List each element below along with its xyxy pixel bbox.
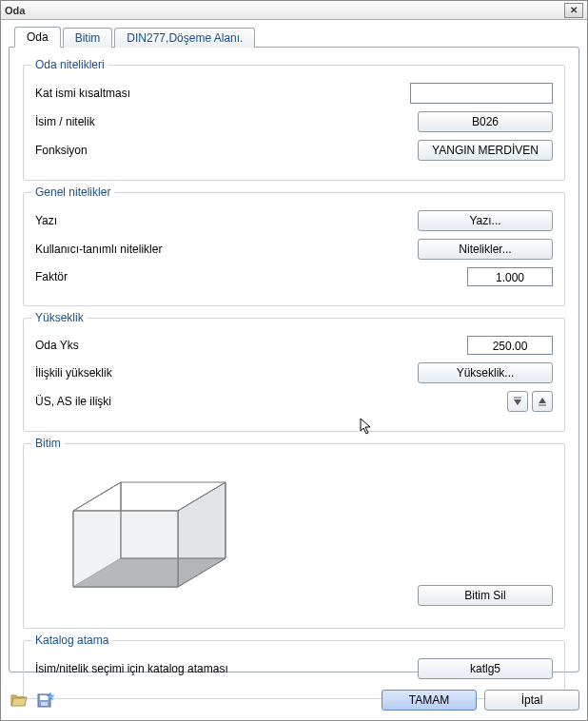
button-fonksiyon-label: YANGIN MERDİVEN	[432, 144, 539, 157]
room-3d-preview	[35, 463, 245, 606]
dialog-window: Oda ✕ Oda Bitim DIN277,Döşeme Alanı. Oda…	[0, 0, 588, 721]
input-oda-yks[interactable]: 250.00	[467, 336, 553, 355]
label-iliskili-yukseklik: İlişkili yükseklik	[35, 366, 410, 380]
label-faktor: Faktör	[35, 270, 410, 283]
tab-panel: Oda nitelikleri Kat ismi kısaltması İsim…	[9, 47, 579, 672]
button-yukseklik[interactable]: Yükseklik...	[418, 362, 553, 383]
label-katalog: İsim/nitelik seçimi için katalog ataması	[35, 662, 410, 675]
row-iliskili-yukseklik: İlişkili yükseklik Yükseklik...	[35, 362, 553, 383]
group-bitim-legend: Bitim	[31, 437, 65, 450]
button-isim-nitelik-label: B026	[472, 115, 499, 128]
input-oda-yks-value: 250.00	[493, 340, 528, 353]
label-yazi: Yazı	[35, 214, 410, 227]
row-katalog: İsim/nitelik seçimi için katalog ataması…	[35, 658, 553, 679]
row-us-as: ÜS, AS ile ilişki	[35, 391, 553, 412]
input-faktor[interactable]: 1.000	[467, 267, 553, 286]
label-fonksiyon: Fonksiyon	[35, 144, 410, 157]
tab-row: Oda Bitim DIN277,Döşeme Alanı.	[14, 26, 579, 47]
row-kat-ismi: Kat ismi kısaltması	[35, 83, 553, 104]
label-us-as: ÜS, AS ile ilişki	[35, 395, 410, 408]
button-ok-label: TAMAM	[409, 693, 449, 707]
button-yazi-label: Yazı...	[469, 214, 500, 227]
tab-din277[interactable]: DIN277,Döşeme Alanı.	[114, 28, 255, 48]
tab-bitim-label: Bitim	[75, 31, 101, 45]
group-genel-legend: Genel nitelikler	[31, 185, 114, 199]
button-yukseklik-label: Yükseklik...	[457, 366, 515, 380]
button-katlg5[interactable]: katlg5	[418, 658, 553, 679]
button-katlg5-label: katlg5	[470, 662, 500, 675]
input-faktor-value: 1.000	[496, 271, 524, 284]
group-bitim: Bitim Bitim S	[23, 443, 565, 629]
row-oda-yks: Oda Yks 250.00	[35, 336, 553, 355]
bottom-bar: TAMAM İptal	[9, 690, 579, 711]
tab-oda-label: Oda	[27, 30, 49, 44]
arrow-down-bar-icon	[513, 397, 522, 406]
label-isim-nitelik: İsim / nitelik	[35, 115, 410, 128]
group-katalog-legend: Katalog atama	[31, 633, 112, 647]
tab-oda[interactable]: Oda	[14, 27, 61, 48]
label-kat-ismi: Kat ismi kısaltması	[35, 87, 410, 100]
button-ok[interactable]: TAMAM	[382, 690, 477, 711]
tab-bitim[interactable]: Bitim	[63, 28, 113, 48]
button-open-folder[interactable]	[9, 690, 29, 711]
group-yukseklik: Yükseklik Oda Yks 250.00 İlişkili yüksek…	[23, 318, 565, 432]
button-bitim-sil-label: Bitim Sil	[464, 589, 505, 602]
button-cancel[interactable]: İptal	[484, 690, 579, 711]
group-oda-legend: Oda nitelikleri	[31, 58, 108, 71]
row-faktor: Faktör 1.000	[35, 267, 553, 286]
group-oda-nitelikleri: Oda nitelikleri Kat ismi kısaltması İsim…	[23, 65, 565, 181]
group-yukseklik-legend: Yükseklik	[31, 311, 88, 324]
input-kat-ismi[interactable]	[410, 83, 553, 104]
bitim-area: Bitim Sil	[35, 454, 553, 612]
button-move-up[interactable]	[532, 391, 553, 412]
row-isim-nitelik: İsim / nitelik B026	[35, 111, 553, 132]
button-isim-nitelik[interactable]: B026	[418, 111, 553, 132]
button-bitim-sil[interactable]: Bitim Sil	[418, 585, 553, 606]
window-close-button[interactable]: ✕	[564, 3, 583, 18]
svg-marker-2	[539, 398, 546, 403]
svg-rect-12	[41, 702, 48, 706]
folder-open-icon	[10, 692, 28, 708]
button-nitelikler-label: Nitelikler...	[459, 243, 511, 256]
tab-din277-label: DIN277,Döşeme Alanı.	[127, 31, 243, 45]
room-box-icon	[35, 463, 245, 606]
close-icon: ✕	[570, 5, 578, 15]
window-title: Oda	[5, 5, 564, 16]
button-fonksiyon[interactable]: YANGIN MERDİVEN	[418, 140, 553, 161]
svg-marker-6	[178, 482, 225, 587]
button-nitelikler[interactable]: Nitelikler...	[418, 239, 553, 260]
group-genel-nitelikler: Genel nitelikler Yazı Yazı... Kullanıcı-…	[23, 192, 565, 306]
disk-star-icon	[37, 692, 54, 708]
label-kullanici-nitelikler: Kullanıcı-tanımlı nitelikler	[35, 243, 410, 256]
label-oda-yks: Oda Yks	[35, 339, 410, 352]
row-yazi: Yazı Yazı...	[35, 210, 553, 231]
row-fonksiyon: Fonksiyon YANGIN MERDİVEN	[35, 140, 553, 161]
button-move-down[interactable]	[507, 391, 528, 412]
titlebar: Oda ✕	[1, 1, 587, 20]
button-cancel-label: İptal	[521, 693, 543, 707]
button-save-favorite[interactable]	[35, 690, 56, 711]
row-kullanici-nitelikler: Kullanıcı-tanımlı nitelikler Nitelikler.…	[35, 239, 553, 260]
us-as-arrow-pair	[507, 391, 553, 412]
arrow-up-bar-icon	[538, 397, 547, 406]
svg-marker-1	[514, 399, 521, 405]
button-yazi[interactable]: Yazı...	[418, 210, 553, 231]
client-area: Oda Bitim DIN277,Döşeme Alanı. Oda nitel…	[1, 20, 587, 720]
